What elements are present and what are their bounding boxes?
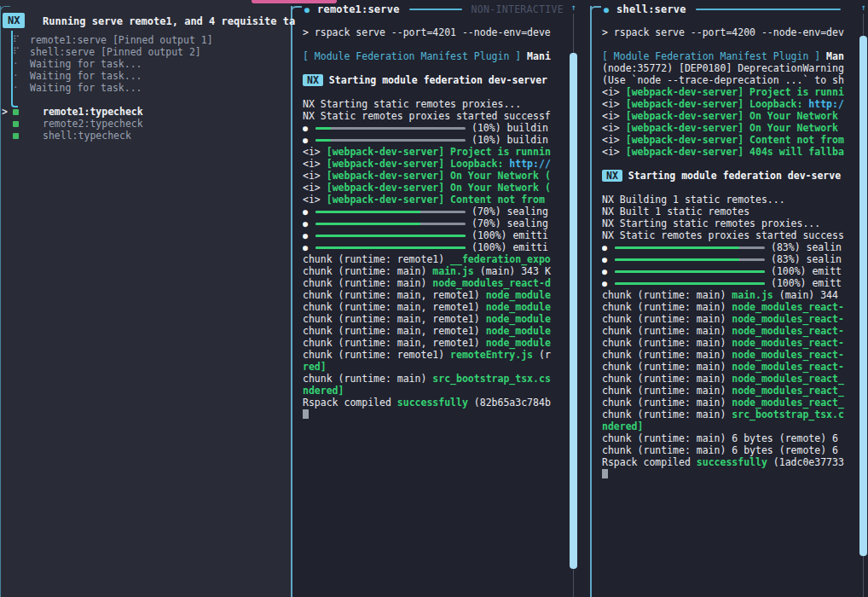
terminal-line: ● (100%) emitt bbox=[602, 265, 856, 277]
terminal-line: Rspack compiled successfully (1adc0e3773… bbox=[602, 456, 856, 468]
progress-bullet-icon: ● bbox=[602, 267, 607, 276]
terminal-line: chunk (runtime: main) node_modules_react… bbox=[602, 325, 856, 337]
terminal-line: <i> [webpack-dev-server] Content not fro… bbox=[602, 134, 856, 146]
terminal-line: chunk (runtime: main) node_modules_react… bbox=[303, 277, 566, 289]
progress-label: (100%) emitti bbox=[466, 241, 548, 253]
terminal-line bbox=[602, 182, 856, 194]
header-rule bbox=[696, 9, 841, 10]
terminal-line bbox=[602, 38, 856, 50]
pinned-task-row[interactable]: ·Waiting for task... bbox=[0, 58, 291, 70]
scrollbar[interactable]: ↑ bbox=[570, 2, 577, 597]
progress-bullet-icon: ● bbox=[303, 231, 308, 241]
task-label: remote1:serve [Pinned output 1] bbox=[30, 34, 213, 46]
progress-bar bbox=[615, 246, 765, 249]
dot-icon: · bbox=[0, 70, 30, 82]
progress-bar bbox=[315, 246, 466, 249]
progress-bullet-icon: ● bbox=[303, 124, 308, 133]
scroll-up-icon[interactable]: ↑ bbox=[859, 3, 867, 12]
typecheck-task-row[interactable]: >remote1:typecheck bbox=[0, 106, 291, 118]
terminal-line: ndered] bbox=[303, 385, 566, 397]
terminal-line bbox=[303, 409, 566, 420]
terminal-line: chunk (runtime: main) node_modules_react… bbox=[602, 349, 856, 361]
scrollbar-thumb[interactable] bbox=[859, 36, 867, 556]
status-bullet-icon: ● bbox=[604, 5, 609, 14]
terminal-line: chunk (runtime: main) node_modules_react… bbox=[602, 373, 856, 385]
terminal-line: chunk (runtime: main, remote1) node_modu… bbox=[303, 337, 566, 349]
terminal-line: chunk (runtime: main, remote1) node_modu… bbox=[303, 301, 566, 313]
terminal-line: chunk (runtime: main) 6 bytes (remote) 6 bbox=[602, 432, 856, 444]
terminal-line: ● (70%) sealing bbox=[303, 217, 566, 229]
terminal-line bbox=[303, 38, 566, 50]
remote1-serve-pane: ● remote1:serve NON-INTERACTIVE > rspack… bbox=[291, 0, 590, 597]
typecheck-task-row[interactable]: shell:typecheck bbox=[0, 130, 291, 142]
progress-label: (10%) buildin bbox=[466, 134, 548, 146]
terminal-line bbox=[602, 158, 856, 170]
typecheck-task-row[interactable]: remote2:typecheck bbox=[0, 118, 291, 130]
progress-bullet-icon: ● bbox=[303, 136, 308, 145]
task-runner-title: Running serve remote1, and 4 requisite t… bbox=[43, 15, 295, 27]
terminal-line: chunk (runtime: main) node_modules_react… bbox=[602, 313, 856, 325]
scrollbar-thumb[interactable] bbox=[570, 53, 577, 569]
terminal-line: ● (10%) buildin bbox=[303, 134, 566, 146]
typecheck-task-list: >remote1:typecheckremote2:typecheckshell… bbox=[0, 106, 291, 142]
pinned-task-row[interactable]: ⠏remote1:serve [Pinned output 1] bbox=[0, 34, 291, 46]
terminal-line: chunk (runtime: remote1) remoteEntry.js … bbox=[303, 349, 566, 361]
terminal-line: <i> [webpack-dev-server] Project is runn… bbox=[602, 86, 856, 98]
terminal-line: NXStarting module federation dev-server bbox=[303, 74, 566, 86]
scrollbar[interactable]: ↑ bbox=[859, 2, 867, 597]
terminal-line: <i> [webpack-dev-server] Content not fro… bbox=[303, 194, 566, 206]
task-label: remote2:typecheck bbox=[43, 118, 143, 130]
progress-bar bbox=[615, 258, 765, 261]
terminal-line bbox=[303, 62, 566, 74]
terminal-line: NX Building 1 static remotes... bbox=[602, 194, 856, 206]
task-list-pane: NX Running serve remote1, and 4 requisit… bbox=[0, 0, 291, 597]
pane-title: remote1:serve bbox=[317, 3, 400, 15]
pane-header: ● shell:serve bbox=[590, 3, 868, 16]
task-status-square-icon bbox=[13, 133, 19, 139]
pinned-task-list: ⠏remote1:serve [Pinned output 1]⠏shell:s… bbox=[0, 34, 291, 94]
shell-serve-pane: ● shell:serve > rspack serve --port=4200… bbox=[590, 0, 868, 597]
progress-bar bbox=[315, 223, 466, 225]
terminal-line: red] bbox=[303, 361, 566, 373]
terminal-line: <i> [webpack-dev-server] Loopback: http:… bbox=[303, 158, 566, 170]
progress-bullet-icon: ● bbox=[303, 207, 308, 217]
terminal-line: > rspack serve --port=4201 --node-env=de… bbox=[303, 26, 566, 38]
task-status-square-icon bbox=[13, 109, 19, 115]
terminal-line: chunk (runtime: main) node_modules_react… bbox=[602, 397, 856, 409]
terminal-line: chunk (runtime: main) 6 bytes (remote) 6 bbox=[602, 444, 856, 456]
terminal-line: ● (83%) sealin bbox=[602, 241, 856, 253]
task-label: Waiting for task... bbox=[30, 70, 142, 82]
terminal-line: <i> [webpack-dev-server] On Your Network… bbox=[303, 182, 566, 194]
pinned-task-row[interactable]: ·Waiting for task... bbox=[0, 82, 291, 94]
terminal-line bbox=[602, 468, 856, 480]
terminal-line: chunk (runtime: main) node_modules_react… bbox=[602, 337, 856, 349]
terminal-line: NX Starting static remotes proxies... bbox=[602, 217, 856, 229]
nx-badge: NX bbox=[3, 13, 25, 28]
pane-header: ● remote1:serve NON-INTERACTIVE bbox=[291, 3, 590, 16]
progress-bullet-icon: ● bbox=[602, 243, 607, 252]
terminal-line: Rspack compiled successfully (82b65a3c78… bbox=[303, 397, 566, 409]
terminal-line: [ Module Federation Manifest Plugin ] Ma… bbox=[303, 50, 566, 62]
terminal-line: [ Module Federation Manifest Plugin ] Ma… bbox=[602, 50, 856, 62]
terminal-line: chunk (runtime: remote1) __federation_ex… bbox=[303, 253, 566, 265]
terminal-line: chunk (runtime: main) src_bootstrap_tsx.… bbox=[602, 409, 856, 420]
terminal-line: (node:35772) [DEP0180] DeprecationWarnin… bbox=[602, 62, 856, 74]
terminal-line: chunk (runtime: main, remote1) node_modu… bbox=[303, 313, 566, 325]
task-label: shell:serve [Pinned output 2] bbox=[30, 46, 201, 58]
pinned-task-row[interactable]: ·Waiting for task... bbox=[0, 70, 291, 82]
progress-bullet-icon: ● bbox=[602, 279, 607, 288]
scroll-up-icon[interactable]: ↑ bbox=[570, 3, 577, 12]
terminal-line: ● (100%) emitti bbox=[303, 241, 566, 253]
pinned-task-row[interactable]: ⠏shell:serve [Pinned output 2] bbox=[0, 46, 291, 58]
interactivity-mode-label: NON-INTERACTIVE bbox=[472, 3, 564, 15]
terminal-line: ● (10%) buildin bbox=[303, 122, 566, 134]
terminal-line: chunk (runtime: main, remote1) node_modu… bbox=[303, 289, 566, 301]
task-label: Waiting for task... bbox=[30, 58, 142, 70]
terminal-line: (Use `node --trace-deprecation ...` to s… bbox=[602, 74, 856, 86]
progress-label: (70%) sealing bbox=[466, 217, 548, 229]
terminal-line: ● (100%) emitt bbox=[602, 277, 856, 289]
dot-icon: · bbox=[0, 82, 30, 94]
terminal-line: <i> [webpack-dev-server] 404s will fallb… bbox=[602, 146, 856, 158]
status-bullet-icon: ● bbox=[304, 5, 310, 14]
terminal-line: ndered] bbox=[602, 420, 856, 432]
